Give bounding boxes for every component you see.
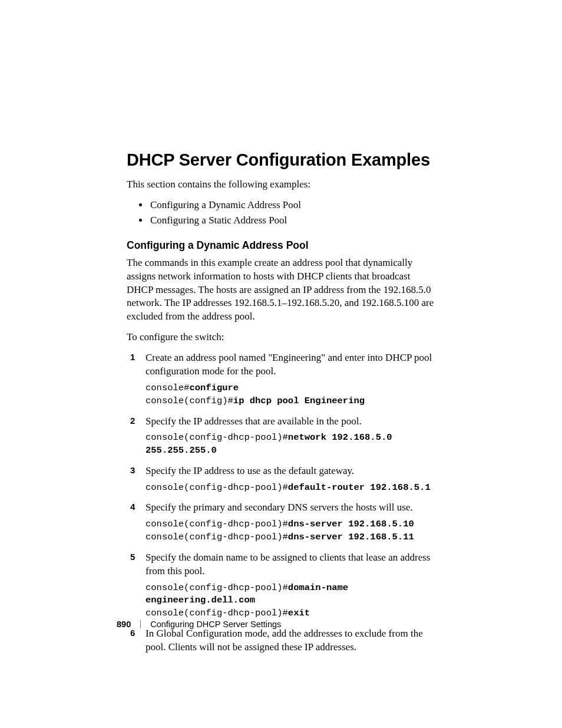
step-number: 2	[130, 415, 135, 427]
main-heading: DHCP Server Configuration Examples	[127, 150, 435, 170]
step-number: 1	[130, 351, 135, 363]
step-item: 5 Specify the domain name to be assigned…	[127, 551, 435, 620]
code-block: console(config-dhcp-pool)#dns-server 192…	[146, 518, 435, 543]
step-item: 3 Specify the IP address to use as the d…	[127, 465, 435, 495]
page-number: 890	[117, 620, 131, 629]
code-block: console(config-dhcp-pool)#network 192.16…	[146, 431, 435, 457]
footer-title: Configuring DHCP Server Settings	[150, 620, 281, 629]
code-block: console(config-dhcp-pool)#default-router…	[146, 482, 435, 495]
step-item: 2 Specify the IP addresses that are avai…	[127, 415, 435, 457]
step-item: 1 Create an address pool named "Engineer…	[127, 351, 435, 407]
page-content: DHCP Server Configuration Examples This …	[0, 0, 562, 654]
page-footer: 890 Configuring DHCP Server Settings	[117, 620, 281, 629]
step-item: 6 In Global Configuration mode, add the …	[127, 627, 435, 654]
step-number: 4	[130, 501, 135, 513]
step-text: In Global Configuration mode, add the ad…	[146, 627, 435, 654]
step-text: Specify the IP address to use as the def…	[146, 465, 435, 478]
intro-text: This section contains the following exam…	[127, 178, 435, 192]
list-item: Configuring a Static Address Pool	[149, 213, 435, 228]
step-item: 4 Specify the primary and secondary DNS …	[127, 501, 435, 543]
list-item: Configuring a Dynamic Address Pool	[149, 197, 435, 213]
footer-divider	[140, 620, 141, 628]
body-paragraph: The commands in this example create an a…	[127, 256, 435, 324]
step-text: Create an address pool named "Engineerin…	[146, 351, 435, 378]
step-text: Specify the IP addresses that are availa…	[146, 415, 435, 429]
step-text: Specify the primary and secondary DNS se…	[146, 501, 435, 515]
step-text: Specify the domain name to be assigned t…	[146, 551, 435, 578]
code-block: console(config-dhcp-pool)#domain-name en…	[146, 582, 435, 620]
step-number: 5	[130, 551, 135, 563]
sub-heading: Configuring a Dynamic Address Pool	[127, 239, 435, 252]
example-list: Configuring a Dynamic Address Pool Confi…	[127, 197, 435, 229]
body-paragraph: To configure the switch:	[127, 331, 435, 344]
step-number: 3	[130, 465, 135, 476]
code-block: console#configure console(config)#ip dhc…	[146, 382, 435, 407]
steps-list: 1 Create an address pool named "Engineer…	[127, 351, 435, 654]
